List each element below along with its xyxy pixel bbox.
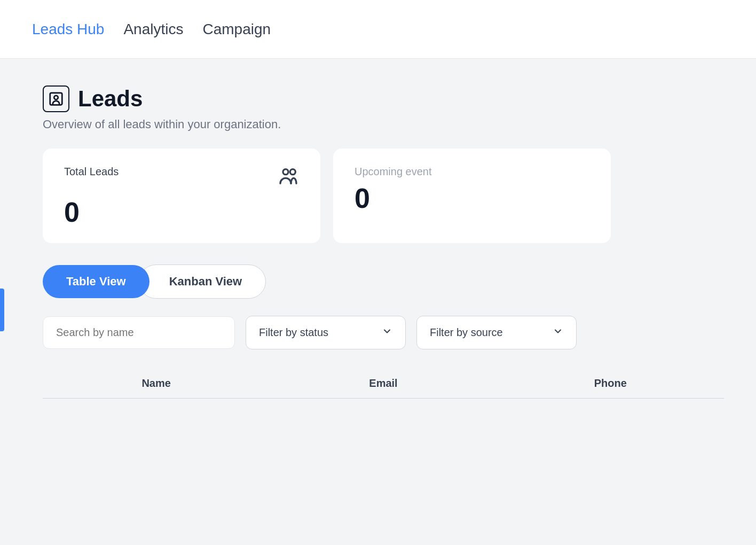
upcoming-event-value: 0 <box>355 184 589 212</box>
chevron-down-icon-source <box>553 326 563 339</box>
upcoming-event-card: Upcoming event 0 <box>333 149 611 243</box>
total-leads-card: Total Leads 0 <box>43 149 320 243</box>
table-col-phone: Phone <box>497 377 724 390</box>
main-content: Leads Overview of all leads within your … <box>0 59 756 420</box>
content-wrapper: Leads Overview of all leads within your … <box>0 59 756 420</box>
view-toggle: Table View Kanban View <box>43 264 724 299</box>
leads-page-icon <box>43 85 69 112</box>
nav-tab-leads-hub[interactable]: Leads Hub <box>32 17 104 42</box>
total-leads-value: 0 <box>64 198 299 226</box>
search-input[interactable] <box>43 316 235 349</box>
filter-status-label: Filter by status <box>259 326 375 339</box>
upcoming-event-card-header: Upcoming event <box>355 166 589 178</box>
nav-tab-campaign[interactable]: Campaign <box>202 17 271 42</box>
filter-by-source-select[interactable]: Filter by source <box>416 316 577 349</box>
filter-by-status-select[interactable]: Filter by status <box>246 316 406 349</box>
filters-row: Filter by status Filter by source <box>43 316 724 349</box>
filter-source-label: Filter by source <box>430 326 546 339</box>
table-view-button[interactable]: Table View <box>43 265 149 298</box>
total-leads-label: Total Leads <box>64 166 119 178</box>
total-leads-card-header: Total Leads <box>64 166 299 192</box>
upcoming-event-label: Upcoming event <box>355 166 432 178</box>
page-header: Leads <box>43 85 724 112</box>
svg-point-2 <box>283 169 288 175</box>
kanban-view-button[interactable]: Kanban View <box>139 264 266 299</box>
table-col-name: Name <box>43 377 270 390</box>
users-icon <box>278 166 299 192</box>
nav-tab-analytics[interactable]: Analytics <box>123 17 183 42</box>
svg-point-1 <box>54 96 58 100</box>
table-header: Name Email Phone <box>43 367 724 399</box>
chevron-down-icon <box>382 326 392 339</box>
blue-accent-bar <box>0 289 4 331</box>
table-col-email: Email <box>270 377 497 390</box>
stat-cards: Total Leads 0 Upcoming event <box>43 149 724 243</box>
top-navigation: Leads Hub Analytics Campaign <box>0 0 756 59</box>
nav-tabs: Leads Hub Analytics Campaign <box>32 17 271 42</box>
page-title: Leads <box>78 86 143 112</box>
page-subtitle: Overview of all leads within your organi… <box>43 118 724 131</box>
svg-point-3 <box>290 169 295 175</box>
